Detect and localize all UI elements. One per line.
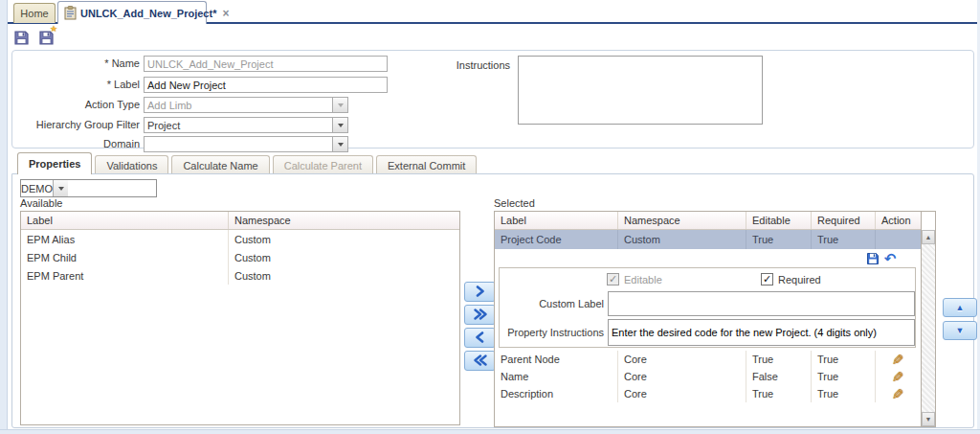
- dropdown-arrow-icon[interactable]: [332, 137, 347, 151]
- tab-home[interactable]: Home: [13, 3, 56, 23]
- star-badge-icon: ★: [50, 24, 57, 34]
- move-left-button[interactable]: [464, 328, 496, 348]
- move-down-icon: ▼: [956, 327, 965, 335]
- dropdown-arrow-icon[interactable]: [53, 180, 68, 196]
- scrollbar-track[interactable]: [922, 244, 935, 412]
- domain-label: Domain: [12, 138, 140, 149]
- checkbox-checked-icon[interactable]: ✓: [761, 273, 773, 286]
- label-label: * Label: [12, 79, 140, 90]
- label-field[interactable]: [144, 77, 388, 93]
- row-save-icon[interactable]: [866, 252, 880, 265]
- tab-calculate-parent: Calculate Parent: [273, 155, 373, 174]
- category-select[interactable]: DEMO: [20, 179, 157, 197]
- column-header-required[interactable]: Required: [812, 212, 876, 229]
- edit-pencil-icon[interactable]: ✎: [892, 387, 904, 401]
- instructions-label: Instructions: [414, 59, 510, 71]
- row-edit-actions: ↶: [495, 249, 921, 267]
- table-row[interactable]: EPM Alias Custom: [21, 230, 459, 248]
- properties-tab-content: DEMO Available Label Namespace EPM Alias…: [11, 173, 974, 428]
- action-type-select: Add Limb: [144, 97, 348, 113]
- name-field[interactable]: [144, 56, 388, 72]
- instructions-textarea[interactable]: [518, 56, 763, 125]
- tab-external-commit[interactable]: External Commit: [376, 155, 477, 174]
- subtab-bar: Properties Validations Calculate Name Ca…: [11, 152, 974, 174]
- undo-icon[interactable]: ↶: [883, 252, 897, 265]
- custom-label-field[interactable]: [608, 291, 915, 316]
- editable-checkbox: ✓ Editable: [607, 273, 662, 286]
- available-title: Available: [20, 197, 62, 209]
- close-tab-icon[interactable]: ×: [222, 7, 229, 20]
- property-instructions-field[interactable]: [608, 319, 915, 346]
- selected-title: Selected: [494, 197, 535, 209]
- edit-pencil-icon[interactable]: ✎: [892, 353, 904, 367]
- move-all-right-button[interactable]: [464, 305, 496, 325]
- vertical-scrollbar[interactable]: ▲ ▼: [921, 212, 935, 426]
- save-icon[interactable]: [12, 29, 30, 46]
- move-up-button[interactable]: ▲: [943, 298, 977, 317]
- name-label: * Name: [12, 57, 140, 69]
- table-row[interactable]: Parent Node Core True True ✎: [495, 351, 921, 368]
- column-header-namespace[interactable]: Namespace: [618, 212, 746, 229]
- table-row-selected[interactable]: Project Code Custom True True: [495, 230, 921, 249]
- tab-properties[interactable]: Properties: [17, 152, 92, 174]
- frame-left: [0, 0, 8, 434]
- selected-properties-table: Label Namespace Editable Required Action…: [494, 211, 936, 427]
- domain-select[interactable]: [144, 136, 348, 152]
- table-row[interactable]: EPM Parent Custom: [21, 266, 459, 285]
- column-header-namespace[interactable]: Namespace: [229, 212, 459, 229]
- save-as-icon[interactable]: ★: [37, 29, 55, 46]
- move-down-button[interactable]: ▼: [943, 321, 977, 340]
- move-all-left-icon: [473, 354, 488, 368]
- available-properties-table: Label Namespace EPM Alias Custom EPM Chi…: [20, 211, 460, 425]
- property-editor-panel: ✓ Editable ✓ Required Custom Label Prope…: [499, 267, 916, 348]
- property-instructions-label: Property Instructions: [500, 327, 604, 338]
- column-header-editable[interactable]: Editable: [746, 212, 812, 229]
- document-icon: [64, 6, 77, 20]
- scroll-down-icon[interactable]: ▼: [922, 412, 935, 426]
- edit-pencil-icon[interactable]: ✎: [892, 370, 904, 384]
- dropdown-arrow-icon[interactable]: [332, 118, 347, 132]
- move-all-right-icon: [473, 308, 488, 322]
- dropdown-arrow-icon: [332, 98, 347, 112]
- hierarchy-group-filter-label: Hierarchy Group Filter: [12, 119, 140, 130]
- table-row[interactable]: Name Core False True ✎: [495, 368, 921, 385]
- column-header-action[interactable]: Action: [876, 212, 921, 229]
- action-type-label: Action Type: [12, 99, 140, 110]
- tab-active-label: UNLCK_Add_New_Project*: [80, 8, 216, 19]
- move-right-icon: [474, 286, 486, 299]
- column-header-label[interactable]: Label: [495, 212, 618, 229]
- move-left-icon: [474, 331, 486, 345]
- hierarchy-group-filter-select[interactable]: Project: [144, 117, 348, 133]
- move-all-left-button[interactable]: [464, 351, 496, 371]
- scroll-up-icon[interactable]: ▲: [922, 230, 935, 244]
- custom-label-label: Custom Label: [500, 298, 604, 309]
- move-up-icon: ▲: [956, 304, 965, 312]
- selected-table-header: Label Namespace Editable Required Action: [495, 212, 921, 230]
- tab-active-document[interactable]: UNLCK_Add_New_Project* ×: [57, 1, 207, 24]
- frame-bottom: [0, 429, 980, 434]
- checkbox-checked-icon: ✓: [607, 273, 619, 286]
- tab-home-label: Home: [20, 8, 48, 19]
- move-right-button[interactable]: [464, 282, 496, 302]
- required-checkbox[interactable]: ✓ Required: [761, 273, 821, 286]
- column-header-label[interactable]: Label: [21, 212, 229, 229]
- action-form-panel: * Name * Label Action Type Add Limb Hier…: [11, 50, 974, 148]
- available-table-header: Label Namespace: [21, 212, 459, 230]
- tab-calculate-name[interactable]: Calculate Name: [171, 155, 269, 174]
- table-row[interactable]: Description Core True True ✎: [495, 385, 921, 402]
- tab-validations[interactable]: Validations: [95, 155, 168, 174]
- table-row[interactable]: EPM Child Custom: [21, 248, 459, 266]
